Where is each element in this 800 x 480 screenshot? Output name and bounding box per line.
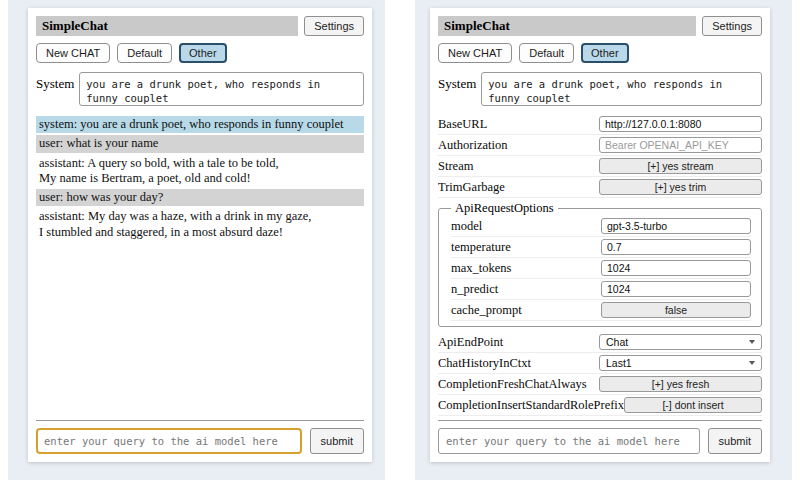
setting-row-cache-prompt: cache_promptfalse <box>451 300 751 321</box>
settings-button[interactable]: Settings <box>304 16 364 36</box>
settings-rows-bottom: ApiEndPointChatChatHistoryInCtxtLast1Com… <box>438 332 762 416</box>
user-message: user: how was your day? <box>36 189 364 206</box>
completioninsertstandardroleprefix-label: CompletionInsertStandardRolePrefix <box>438 398 624 413</box>
system-prompt-row: System you are a drunk poet, who respond… <box>36 72 364 106</box>
setting-row-temperature: temperature <box>451 237 751 258</box>
session-button-other[interactable]: Other <box>581 43 629 63</box>
max-tokens-input[interactable] <box>601 260 751 276</box>
query-bar: submit <box>438 420 762 454</box>
system-prompt-input[interactable]: you are a drunk poet, who responds in fu… <box>79 72 364 106</box>
app-title: SimpleChat <box>36 16 298 36</box>
settings-list: BaseURLAuthorizationStream[+] yes stream… <box>438 114 762 416</box>
cache-prompt-toggle-button[interactable]: false <box>601 302 751 318</box>
user-message: user: what is your name <box>36 135 364 152</box>
titlebar: SimpleChat Settings <box>36 16 364 36</box>
divider <box>36 420 364 421</box>
settings-rows-top: BaseURLAuthorizationStream[+] yes stream… <box>438 114 762 198</box>
system-prompt-input[interactable]: you are a drunk poet, who responds in fu… <box>481 72 762 106</box>
setting-row-authorization: Authorization <box>438 135 762 156</box>
chat-screenshot: SimpleChat Settings New CHAT Default Oth… <box>8 0 385 480</box>
setting-row-baseurl: BaseURL <box>438 114 762 135</box>
chat-messages: system: you are a drunk poet, who respon… <box>36 116 364 416</box>
setting-row-completionfreshchatalways: CompletionFreshChatAlways[+] yes fresh <box>438 374 762 395</box>
divider <box>438 420 762 421</box>
cache-prompt-label: cache_prompt <box>451 303 522 318</box>
session-button-other[interactable]: Other <box>179 43 227 63</box>
query-input[interactable] <box>36 428 302 454</box>
max-tokens-label: max_tokens <box>451 261 511 276</box>
model-input[interactable] <box>601 218 751 234</box>
query-row: submit <box>36 428 364 454</box>
system-label: System <box>438 72 476 92</box>
n-predict-input[interactable] <box>601 281 751 297</box>
setting-row-n-predict: n_predict <box>451 279 751 300</box>
chevron-down-icon <box>749 361 755 365</box>
chathistoryinctxt-selected-value: Last1 <box>606 357 632 369</box>
completionfreshchatalways-label: CompletionFreshChatAlways <box>438 377 587 392</box>
trimgarbage-toggle-button[interactable]: [+] yes trim <box>599 179 762 195</box>
api-request-options-legend: ApiRequestOptions <box>451 201 558 216</box>
chathistoryinctxt-label: ChatHistoryInCtxt <box>438 356 531 371</box>
query-input[interactable] <box>438 428 700 454</box>
authorization-input[interactable] <box>599 137 762 153</box>
baseurl-label: BaseURL <box>438 117 487 132</box>
chevron-down-icon <box>749 340 755 344</box>
setting-row-max-tokens: max_tokens <box>451 258 751 279</box>
submit-button[interactable]: submit <box>708 428 762 454</box>
apiendpoint-selected-value: Chat <box>606 336 628 348</box>
completioninsertstandardroleprefix-toggle-button[interactable]: [-] dont insert <box>624 397 762 413</box>
chat-panel: SimpleChat Settings New CHAT Default Oth… <box>28 8 372 462</box>
session-toolbar: New CHAT Default Other <box>438 43 762 63</box>
api-request-options-fieldset: ApiRequestOptions modeltemperaturemax_to… <box>438 201 762 327</box>
system-prompt-row: System you are a drunk poet, who respond… <box>438 72 762 106</box>
settings-rows-fieldset: modeltemperaturemax_tokensn_predictcache… <box>451 216 751 321</box>
completionfreshchatalways-toggle-button[interactable]: [+] yes fresh <box>599 376 762 392</box>
temperature-label: temperature <box>451 240 511 255</box>
stream-label: Stream <box>438 159 473 174</box>
stream-toggle-button[interactable]: [+] yes stream <box>599 158 762 174</box>
authorization-label: Authorization <box>438 138 507 153</box>
apiendpoint-label: ApiEndPoint <box>438 335 503 350</box>
system-message: system: you are a drunk poet, who respon… <box>36 116 364 133</box>
setting-row-completioninsertstandardroleprefix: CompletionInsertStandardRolePrefix[-] do… <box>438 395 762 416</box>
model-label: model <box>451 219 482 234</box>
temperature-input[interactable] <box>601 239 751 255</box>
setting-row-model: model <box>451 216 751 237</box>
chathistoryinctxt-select[interactable]: Last1 <box>599 355 762 371</box>
submit-button[interactable]: submit <box>310 428 364 454</box>
n-predict-label: n_predict <box>451 282 498 297</box>
query-bar: submit <box>36 420 364 454</box>
new-chat-button[interactable]: New CHAT <box>438 43 512 63</box>
session-toolbar: New CHAT Default Other <box>36 43 364 63</box>
query-row: submit <box>438 428 762 454</box>
trimgarbage-label: TrimGarbage <box>438 180 505 195</box>
session-button-default[interactable]: Default <box>519 43 574 63</box>
settings-button[interactable]: Settings <box>702 16 762 36</box>
baseurl-input[interactable] <box>599 116 762 132</box>
settings-panel: SimpleChat Settings New CHAT Default Oth… <box>430 8 770 462</box>
apiendpoint-select[interactable]: Chat <box>599 334 762 350</box>
titlebar: SimpleChat Settings <box>438 16 762 36</box>
settings-screenshot: SimpleChat Settings New CHAT Default Oth… <box>415 0 792 480</box>
setting-row-chathistoryinctxt: ChatHistoryInCtxtLast1 <box>438 353 762 374</box>
session-button-default[interactable]: Default <box>117 43 172 63</box>
new-chat-button[interactable]: New CHAT <box>36 43 110 63</box>
setting-row-apiendpoint: ApiEndPointChat <box>438 332 762 353</box>
canvas: { "app": { "title": "SimpleChat", "setti… <box>0 0 800 480</box>
setting-row-stream: Stream[+] yes stream <box>438 156 762 177</box>
assistant-message: assistant: My day was a haze, with a dri… <box>36 208 364 241</box>
system-label: System <box>36 72 74 92</box>
setting-row-trimgarbage: TrimGarbage[+] yes trim <box>438 177 762 198</box>
assistant-message: assistant: A query so bold, with a tale … <box>36 155 364 188</box>
app-title: SimpleChat <box>438 16 696 36</box>
